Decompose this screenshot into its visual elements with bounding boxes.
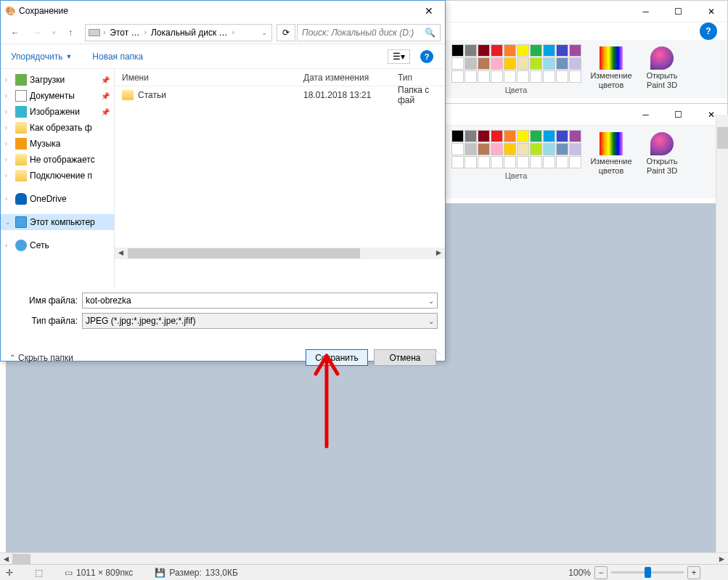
tree-item[interactable]: ›Сеть <box>1 237 114 253</box>
scroll-right-icon[interactable]: ► <box>433 248 445 259</box>
color-swatch[interactable] <box>504 143 516 155</box>
column-type[interactable]: Тип <box>390 73 445 83</box>
color-swatch[interactable] <box>556 70 568 83</box>
color-swatch[interactable] <box>504 70 516 83</box>
tree-item[interactable]: ›Музыка <box>1 136 114 152</box>
cancel-button[interactable]: Отмена <box>374 349 436 366</box>
maximize-button[interactable]: ☐ <box>662 1 695 23</box>
color-swatch[interactable] <box>451 130 464 142</box>
nav-back-button[interactable]: ← <box>5 24 25 41</box>
color-swatch[interactable] <box>491 143 503 155</box>
color-swatch[interactable] <box>478 156 490 168</box>
edit-colors-button[interactable]: Изменение цветов <box>586 44 637 93</box>
list-item[interactable]: Статьи18.01.2018 13:21Папка с фай <box>115 86 445 104</box>
color-swatch[interactable] <box>504 57 516 70</box>
dialog-close-button[interactable]: ✕ <box>412 1 445 21</box>
dialog-help-icon[interactable]: ? <box>420 50 433 63</box>
color-swatch[interactable] <box>504 44 516 57</box>
organize-button[interactable]: Упорядочить ▼ <box>7 49 76 65</box>
list-hscrollbar[interactable]: ◄ ► <box>115 248 445 259</box>
color-swatch[interactable] <box>530 70 542 83</box>
color-swatch[interactable] <box>491 57 503 70</box>
color-swatch[interactable] <box>530 57 542 70</box>
column-date[interactable]: Дата изменения <box>296 73 390 83</box>
nav-history-button[interactable]: ▾ <box>49 24 59 41</box>
hide-folders-button[interactable]: ⌃ Скрыть папки <box>9 353 73 363</box>
color-swatch[interactable] <box>491 70 503 83</box>
minimize-button-2[interactable]: ─ <box>629 104 662 126</box>
color-swatch[interactable] <box>465 57 477 70</box>
color-swatch[interactable] <box>451 57 464 70</box>
chevron-down-icon[interactable]: ⌄ <box>428 317 434 325</box>
color-swatch[interactable] <box>478 70 490 83</box>
tree-item[interactable]: ⌄Этот компьютер <box>1 214 114 230</box>
zoom-slider[interactable] <box>611 571 684 573</box>
tree-item[interactable]: ›Подключение п <box>1 168 114 184</box>
chevron-down-icon[interactable]: ⌄ <box>260 28 269 36</box>
search-input[interactable]: 🔍 <box>297 24 441 41</box>
paint-3d-button-2[interactable]: Открыть Paint 3D <box>637 129 687 179</box>
scroll-left-icon[interactable]: ◄ <box>115 248 127 259</box>
color-swatch[interactable] <box>517 57 529 70</box>
color-swatch[interactable] <box>569 44 581 57</box>
chevron-down-icon[interactable]: ⌄ <box>428 297 434 305</box>
color-swatch[interactable] <box>465 156 477 168</box>
zoom-in-button[interactable]: + <box>687 566 700 579</box>
breadcrumb[interactable]: › Этот … › Локальный диск … › ⌄ <box>85 24 272 41</box>
scroll-thumb[interactable] <box>12 554 30 564</box>
color-swatch[interactable] <box>451 143 464 155</box>
close-button[interactable]: ✕ <box>695 1 727 23</box>
color-swatch[interactable] <box>478 57 490 70</box>
horizontal-scrollbar[interactable]: ◄ ► <box>0 552 728 564</box>
maximize-button-2[interactable]: ☐ <box>662 104 695 126</box>
color-swatch[interactable] <box>491 44 503 57</box>
refresh-button[interactable]: ⟳ <box>277 24 295 41</box>
color-swatch[interactable] <box>517 44 529 57</box>
color-swatch[interactable] <box>543 130 555 142</box>
tree-item[interactable]: ›Загрузки📌 <box>1 72 114 88</box>
scroll-right-icon[interactable]: ► <box>716 553 728 565</box>
color-swatch[interactable] <box>517 156 529 168</box>
color-swatch[interactable] <box>517 143 529 155</box>
tree-item[interactable]: ›OneDrive <box>1 191 114 207</box>
minimize-button[interactable]: ─ <box>629 1 662 23</box>
color-swatch[interactable] <box>543 44 555 57</box>
color-swatch[interactable] <box>451 156 464 168</box>
color-swatch[interactable] <box>478 44 490 57</box>
color-swatch[interactable] <box>569 57 581 70</box>
tree-item[interactable]: ›Изображени📌 <box>1 104 114 120</box>
color-swatch[interactable] <box>451 70 464 83</box>
color-swatch[interactable] <box>556 156 568 168</box>
color-swatch[interactable] <box>569 130 581 142</box>
color-swatch[interactable] <box>530 143 542 155</box>
color-swatch[interactable] <box>543 70 555 83</box>
column-name[interactable]: Имени <box>115 73 296 83</box>
color-swatch[interactable] <box>556 57 568 70</box>
color-swatch[interactable] <box>491 130 503 142</box>
color-swatch[interactable] <box>465 143 477 155</box>
tree-item[interactable]: ›Документы📌 <box>1 88 114 104</box>
color-swatch[interactable] <box>465 70 477 83</box>
color-swatch[interactable] <box>569 70 581 83</box>
color-swatch[interactable] <box>465 44 477 57</box>
edit-colors-button-2[interactable]: Изменение цветов <box>586 129 637 179</box>
nav-tree[interactable]: ›Загрузки📌›Документы📌›Изображени📌›Как об… <box>1 69 114 287</box>
color-swatch[interactable] <box>569 156 581 168</box>
tree-item[interactable]: ›Как обрезать ф <box>1 120 114 136</box>
filetype-select[interactable]: JPEG (*.jpg;*.jpeg;*.jpe;*.jfif)⌄ <box>82 313 438 329</box>
nav-up-button[interactable]: ↑ <box>60 24 81 41</box>
color-swatch[interactable] <box>569 143 581 155</box>
color-palette-2[interactable]: Цвета <box>451 129 581 180</box>
color-swatch[interactable] <box>517 130 529 142</box>
help-icon[interactable]: ? <box>700 23 717 40</box>
vertical-scrollbar[interactable] <box>716 115 728 557</box>
tree-item[interactable]: ›Не отображаетс <box>1 152 114 168</box>
color-swatch[interactable] <box>530 44 542 57</box>
color-swatch[interactable] <box>491 156 503 168</box>
zoom-out-button[interactable]: − <box>594 566 608 579</box>
color-swatch[interactable] <box>556 44 568 57</box>
color-swatch[interactable] <box>556 143 568 155</box>
new-folder-button[interactable]: Новая папка <box>88 49 147 65</box>
view-button[interactable]: ☰▾ <box>388 49 410 64</box>
nav-forward-button[interactable]: → <box>27 24 47 41</box>
